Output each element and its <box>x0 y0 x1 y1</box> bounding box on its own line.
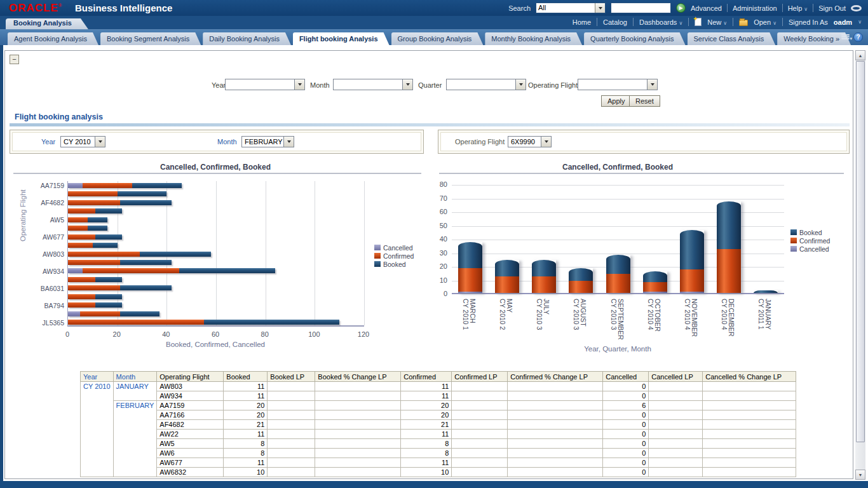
column-header-month[interactable]: Month <box>113 372 157 382</box>
dropdown-arrow-icon[interactable] <box>541 136 552 147</box>
cell-flight: AW934 <box>157 391 224 401</box>
cell-month[interactable]: FEBRUARY <box>113 401 157 477</box>
chevron-down-icon: ∨ <box>804 6 808 12</box>
booked-segment <box>120 285 172 290</box>
reset-button[interactable]: Reset <box>629 95 660 107</box>
cell-month[interactable]: JANUARY <box>113 382 157 401</box>
cell-booked: 8 <box>224 449 268 458</box>
advanced-link[interactable]: Advanced <box>691 4 722 12</box>
prompt-operating-flight-select[interactable] <box>578 79 658 90</box>
confirmed-segment <box>495 276 519 293</box>
dashboard-tab-booking-analysis[interactable]: Booking Analysis <box>6 18 88 29</box>
collapse-section-button[interactable]: − <box>10 55 19 64</box>
page-tab-monthly-booking-analysis[interactable]: Monthly Booking Analysis <box>485 32 582 45</box>
cell-flight: AW677 <box>157 458 224 468</box>
administration-link[interactable]: Administration <box>733 4 777 12</box>
cell-cancelled_pct <box>703 410 796 420</box>
page-tab-daily-booking-analysis[interactable]: Daily Booking Analysis <box>203 32 291 45</box>
cell-year[interactable]: CY 2010 <box>81 382 114 477</box>
cell-confirmed_pct <box>508 458 603 468</box>
cell-cancelled_lp <box>649 458 703 468</box>
column-header-year[interactable]: Year <box>81 372 114 382</box>
sign-out-link[interactable]: Sign Out <box>818 4 846 12</box>
divider <box>782 18 783 26</box>
divider <box>813 4 813 12</box>
dropdown-arrow-icon[interactable] <box>595 3 605 13</box>
bar-january <box>754 290 778 293</box>
divider <box>688 18 689 26</box>
bar-unlabeled <box>68 208 122 214</box>
booking-table: YearMonthOperating FlightBookedBooked LP… <box>80 371 796 477</box>
column-header-booked[interactable]: Booked <box>224 372 268 382</box>
gridline <box>315 181 315 325</box>
column-header-cancelled_lp[interactable]: Cancelled LP <box>649 372 703 382</box>
page-tab-weekly-booking-[interactable]: Weekly Booking » <box>777 32 851 45</box>
dropdown-arrow-icon[interactable] <box>515 79 526 90</box>
cell-booked_lp <box>268 458 315 468</box>
dropdown-arrow-icon[interactable] <box>402 79 413 90</box>
page-tab-service-class-analysis[interactable]: Service Class Analysis <box>688 32 776 45</box>
filter-month-select[interactable]: FEBRUARY <box>241 136 294 147</box>
search-go-icon[interactable]: ▶ <box>676 3 686 13</box>
cell-cancelled: 0 <box>603 410 649 420</box>
page-tab-flight-booking-analysis[interactable]: Flight booking Analysis <box>293 32 390 45</box>
chevron-down-icon: ∨ <box>723 20 727 26</box>
page-tab-quarterly-booking-analysis[interactable]: Quarterly Booking Analysis <box>584 32 685 45</box>
page-options-icon[interactable]: ▾ <box>841 34 850 41</box>
dropdown-arrow-icon[interactable] <box>95 136 105 147</box>
vertical-scrollbar[interactable]: ▲ ▼ <box>855 50 865 480</box>
booked-swatch <box>374 261 381 267</box>
help-menu[interactable]: Help ∨ <box>788 4 808 12</box>
column-header-confirmed_lp[interactable]: Confirmed LP <box>452 372 508 382</box>
confirmed-swatch <box>790 238 797 243</box>
legend-item: Cancelled <box>790 245 830 253</box>
column-header-confirmed[interactable]: Confirmed <box>401 372 452 382</box>
right-chart-legend: Booked Confirmed Cancelled <box>790 228 830 253</box>
bar-AA7159 <box>68 183 182 188</box>
column-header-confirmed_pct[interactable]: Confirmed % Change LP <box>508 372 603 382</box>
dropdown-arrow-icon[interactable] <box>647 79 658 90</box>
prompt-year-select[interactable] <box>225 79 305 90</box>
scroll-down-icon[interactable]: ▼ <box>855 470 865 480</box>
left-chart-y-axis-title: Operating Flight <box>19 189 27 241</box>
catalog-link[interactable]: Catalog <box>603 18 627 26</box>
booked-segment <box>132 183 182 188</box>
table-row: AF468221210 <box>81 420 796 430</box>
cell-booked_pct <box>315 410 401 420</box>
cell-booked: 20 <box>224 401 268 410</box>
column-header-booked_pct[interactable]: Booked % Change LP <box>315 372 401 382</box>
user-menu[interactable]: oadm <box>834 18 852 26</box>
open-menu[interactable]: Open ∨ <box>754 18 776 26</box>
dashboards-menu[interactable]: Dashboards ∨ <box>639 18 682 26</box>
page-tab-booking-segment-analysis[interactable]: Booking Segment Analysis <box>100 32 201 45</box>
cell-cancelled_lp <box>649 468 703 477</box>
scroll-up-icon[interactable]: ▲ <box>855 50 865 60</box>
confirmed-segment <box>643 282 667 292</box>
filter-year-select[interactable]: CY 2010 <box>60 136 105 147</box>
axis-tick-label: 30 <box>432 249 447 257</box>
page-tab-group-booking-analysis[interactable]: Group Booking Analysis <box>391 32 484 45</box>
help-icon[interactable]: ? <box>853 32 863 42</box>
filter-month-label: Month <box>217 138 237 146</box>
cell-cancelled_pct <box>703 439 796 449</box>
prompt-month-select[interactable] <box>333 79 413 90</box>
search-scope-select[interactable]: All <box>536 3 606 13</box>
new-menu[interactable]: New ∨ <box>707 18 727 26</box>
booked-segment <box>532 260 556 276</box>
dropdown-arrow-icon[interactable] <box>283 136 294 147</box>
scrollbar-thumb[interactable] <box>856 61 865 442</box>
column-header-cancelled_pct[interactable]: Cancelled % Change LP <box>703 372 796 382</box>
page-tab-agent-booking-analysis[interactable]: Agent Booking Analysis <box>8 32 98 45</box>
dropdown-arrow-icon[interactable] <box>294 79 305 90</box>
cell-confirmed_pct <box>508 410 603 420</box>
apply-button[interactable]: Apply <box>601 95 632 107</box>
filter-operating-flight-select[interactable]: 6X9990 <box>508 136 552 147</box>
prompt-quarter-select[interactable] <box>446 79 526 90</box>
column-header-flight[interactable]: Operating Flight <box>157 372 224 382</box>
axis-tick-label: 20 <box>432 262 447 270</box>
table-row: AW5880 <box>81 439 796 449</box>
search-input[interactable] <box>611 3 671 13</box>
column-header-cancelled[interactable]: Cancelled <box>603 372 649 382</box>
home-link[interactable]: Home <box>573 18 591 26</box>
column-header-booked_lp[interactable]: Booked LP <box>268 372 315 382</box>
